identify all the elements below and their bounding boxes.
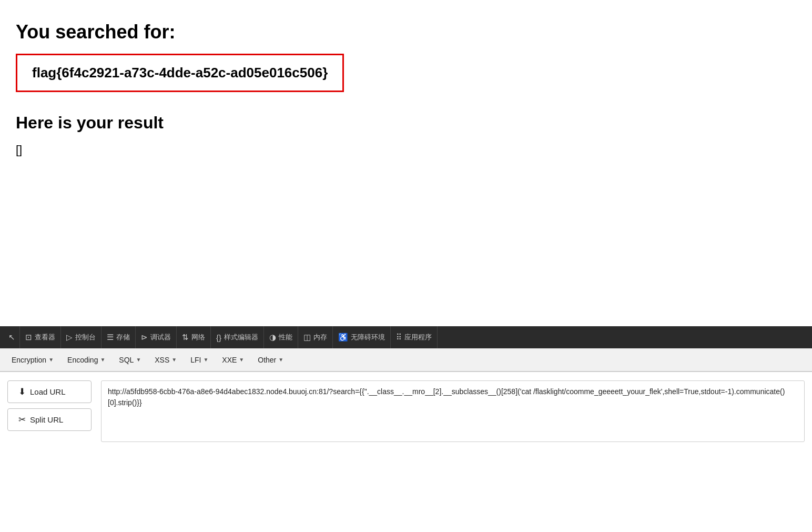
devtools-memory-btn[interactable]: ◫ 内存: [298, 326, 333, 348]
inspector-label: 查看器: [35, 333, 55, 342]
split-url-icon: ✂: [18, 414, 26, 425]
load-url-icon: ⬇: [18, 386, 26, 397]
memory-icon: ◫: [303, 333, 311, 342]
xxe-chevron: ▼: [239, 357, 244, 363]
lfi-label: LFI: [190, 356, 201, 364]
devtools-debugger-btn[interactable]: ⊳ 调试器: [136, 326, 177, 348]
debugger-label: 调试器: [150, 333, 171, 342]
other-label: Other: [258, 356, 276, 364]
search-heading: You searched for:: [16, 21, 796, 43]
xss-dropdown[interactable]: XSS ▼: [148, 353, 183, 367]
debugger-icon: ⊳: [141, 333, 148, 342]
lfi-chevron: ▼: [203, 357, 208, 363]
action-buttons: ⬇ Load URL ✂ Split URL: [7, 380, 92, 442]
lfi-dropdown[interactable]: LFI ▼: [184, 353, 215, 367]
devtools-network-btn[interactable]: ⇅ 网络: [177, 326, 211, 348]
other-dropdown[interactable]: Other ▼: [251, 353, 290, 367]
application-label: 应用程序: [404, 333, 432, 342]
sql-chevron: ▼: [136, 357, 141, 363]
main-content: You searched for: flag{6f4c2921-a73c-4dd…: [0, 0, 812, 326]
other-chevron: ▼: [278, 357, 283, 363]
devtools-inspector-btn[interactable]: ⊡ 查看器: [20, 326, 61, 348]
cursor-icon: ↖: [8, 333, 15, 342]
result-heading: Here is your result: [16, 113, 796, 133]
encoding-dropdown[interactable]: Encoding ▼: [61, 353, 111, 367]
flag-box: flag{6f4c2921-a73c-4dde-a52c-ad05e016c50…: [16, 54, 344, 92]
application-icon: ⠿: [396, 333, 402, 342]
perf-label: 性能: [279, 333, 292, 342]
devtools-console-btn[interactable]: ▷ 控制台: [61, 326, 102, 348]
toolbar-row: Encryption ▼ Encoding ▼ SQL ▼ XSS ▼ LFI …: [0, 348, 812, 372]
xss-label: XSS: [155, 356, 169, 364]
style-icon: {}: [216, 333, 221, 342]
network-icon: ⇅: [182, 333, 189, 342]
storage-label: 存储: [116, 333, 130, 342]
devtools-accessibility-btn[interactable]: ♿ 无障碍环境: [333, 326, 391, 348]
split-url-button[interactable]: ✂ Split URL: [7, 408, 92, 431]
devtools-bar: ↖ ⊡ 查看器 ▷ 控制台 ☰ 存储 ⊳ 调试器 ⇅ 网络 {} 样式编辑器 ◑…: [0, 326, 812, 348]
devtools-perf-btn[interactable]: ◑ 性能: [264, 326, 298, 348]
accessibility-icon: ♿: [338, 333, 348, 342]
perf-icon: ◑: [269, 333, 276, 342]
inspector-icon: ⊡: [25, 333, 32, 342]
memory-label: 内存: [313, 333, 327, 342]
sql-label: SQL: [119, 356, 134, 364]
network-label: 网络: [191, 333, 205, 342]
bottom-panel: ⬇ Load URL ✂ Split URL http://a5fdb958-6…: [0, 372, 812, 450]
xxe-dropdown[interactable]: XXE ▼: [216, 353, 250, 367]
devtools-storage-btn[interactable]: ☰ 存储: [102, 326, 136, 348]
encryption-chevron: ▼: [48, 357, 54, 363]
xss-chevron: ▼: [171, 357, 177, 363]
load-url-label: Load URL: [30, 387, 66, 396]
sql-dropdown[interactable]: SQL ▼: [113, 353, 147, 367]
encryption-dropdown[interactable]: Encryption ▼: [5, 353, 60, 367]
xxe-label: XXE: [222, 356, 237, 364]
encoding-label: Encoding: [67, 356, 98, 364]
flag-value: flag{6f4c2921-a73c-4dde-a52c-ad05e016c50…: [32, 65, 328, 81]
encryption-label: Encryption: [12, 356, 46, 364]
url-input[interactable]: http://a5fdb958-6cbb-476a-a8e6-94d4abec1…: [101, 380, 805, 442]
accessibility-label: 无障碍环境: [351, 333, 385, 342]
devtools-cursor-btn[interactable]: ↖: [4, 326, 20, 348]
storage-icon: ☰: [107, 333, 114, 342]
encoding-chevron: ▼: [100, 357, 105, 363]
console-icon: ▷: [66, 333, 73, 342]
devtools-application-btn[interactable]: ⠿ 应用程序: [391, 326, 438, 348]
console-label: 控制台: [75, 333, 96, 342]
devtools-style-btn[interactable]: {} 样式编辑器: [211, 326, 264, 348]
style-label: 样式编辑器: [224, 333, 258, 342]
load-url-button[interactable]: ⬇ Load URL: [7, 380, 92, 403]
result-value: []: [16, 143, 796, 157]
split-url-label: Split URL: [30, 415, 63, 424]
